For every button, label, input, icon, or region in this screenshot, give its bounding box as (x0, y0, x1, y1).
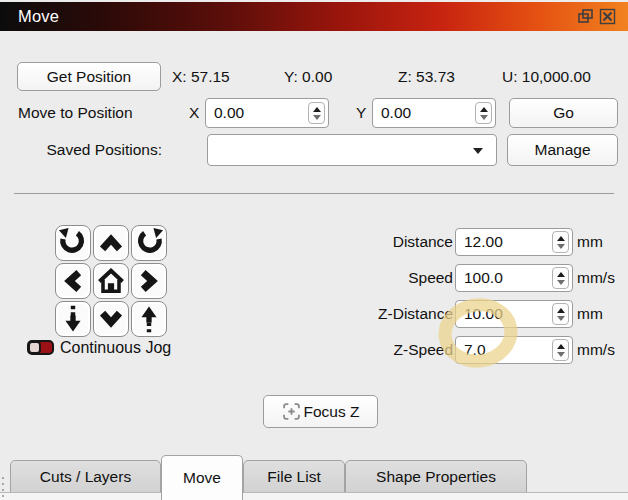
move-x-label: X (189, 98, 199, 128)
z-distance-label: Z-Distance (353, 300, 453, 328)
position-y-readout: Y: 0.00 (284, 62, 332, 91)
jog-z-raise-button[interactable] (131, 301, 167, 337)
home-icon (95, 265, 127, 297)
distance-stepper[interactable] (552, 231, 569, 253)
distance-input[interactable] (456, 229, 556, 255)
z-distance-stepper[interactable] (552, 303, 569, 325)
z-speed-field (455, 336, 573, 364)
toggle-knob-icon (28, 341, 41, 354)
float-window-icon[interactable] (577, 8, 594, 25)
close-icon[interactable] (599, 8, 616, 25)
focus-z-label: Focus Z (304, 403, 360, 421)
jog-home-button[interactable] (93, 263, 129, 299)
chevron-down-icon (473, 148, 483, 154)
tab-file-list[interactable]: File List (243, 460, 345, 493)
rotate-ccw-icon (57, 227, 89, 259)
z-distance-unit: mm (577, 300, 603, 328)
jog-rotate-ccw-button[interactable] (55, 225, 91, 261)
jog-rotate-cw-button[interactable] (131, 225, 167, 261)
get-position-button[interactable]: Get Position (17, 62, 161, 91)
tab-move-label: Move (183, 469, 221, 487)
speed-label: Speed (353, 264, 453, 292)
focus-z-button[interactable]: Focus Z (263, 395, 378, 428)
speed-stepper[interactable] (552, 267, 569, 289)
distance-field (455, 228, 573, 256)
jog-z-lower-button[interactable] (55, 301, 91, 337)
chevron-left-icon (57, 265, 89, 297)
panel-title: Move (18, 7, 59, 26)
move-x-input[interactable] (206, 99, 312, 127)
move-y-label: Y (356, 98, 366, 128)
go-button[interactable]: Go (509, 98, 618, 128)
tab-file-list-label: File List (267, 468, 320, 486)
go-label: Go (553, 104, 574, 122)
move-panel: Move Get Position X: 57.15 Y: 0.00 Z: 53… (0, 0, 628, 500)
chevron-up-icon (95, 227, 127, 259)
move-y-field (372, 98, 496, 128)
z-distance-field (455, 300, 573, 328)
saved-positions-label: Saved Positions: (40, 134, 162, 166)
panel-grip-handle[interactable] (2, 477, 4, 500)
jog-up-button[interactable] (93, 225, 129, 261)
z-speed-input[interactable] (456, 337, 556, 363)
continuous-jog-toggle[interactable] (27, 340, 54, 355)
distance-label: Distance (353, 228, 453, 256)
jog-right-button[interactable] (131, 263, 167, 299)
move-x-stepper[interactable] (308, 102, 325, 124)
saved-positions-dropdown[interactable] (207, 134, 497, 166)
position-z-readout: Z: 53.73 (398, 62, 455, 91)
position-x-readout: X: 57.15 (172, 62, 230, 91)
speed-field (455, 264, 573, 292)
move-y-stepper[interactable] (475, 102, 492, 124)
jog-left-button[interactable] (55, 263, 91, 299)
panel-titlebar: Move (0, 2, 628, 31)
tab-cuts-layers[interactable]: Cuts / Layers (10, 460, 161, 493)
tab-shape-properties-label: Shape Properties (376, 468, 496, 486)
position-u-readout: U: 10,000.00 (502, 62, 591, 91)
arrow-down-dashed-icon (57, 303, 89, 335)
focus-reticle-icon (282, 402, 301, 421)
tabstrip-edge (0, 492, 628, 500)
move-y-input[interactable] (373, 99, 479, 127)
z-speed-label: Z-Speed (353, 336, 453, 364)
chevron-down-icon (95, 303, 127, 335)
jog-down-button[interactable] (93, 301, 129, 337)
z-speed-unit: mm/s (577, 336, 615, 364)
get-position-label: Get Position (47, 68, 131, 86)
move-x-field (205, 98, 329, 128)
distance-unit: mm (577, 228, 603, 256)
tab-cuts-layers-label: Cuts / Layers (40, 468, 131, 486)
chevron-right-icon (133, 265, 165, 297)
z-speed-stepper[interactable] (552, 339, 569, 361)
manage-label: Manage (534, 141, 590, 159)
move-to-position-label: Move to Position (18, 98, 133, 128)
speed-unit: mm/s (577, 264, 615, 292)
manage-button[interactable]: Manage (507, 134, 618, 166)
speed-input[interactable] (456, 265, 556, 291)
continuous-jog-label: Continuous Jog (60, 338, 171, 357)
arrow-up-dashed-icon (133, 303, 165, 335)
tab-move[interactable]: Move (161, 455, 243, 500)
tab-shape-properties[interactable]: Shape Properties (345, 460, 527, 493)
section-divider (14, 193, 614, 194)
z-distance-input[interactable] (456, 301, 556, 327)
rotate-cw-icon (133, 227, 165, 259)
